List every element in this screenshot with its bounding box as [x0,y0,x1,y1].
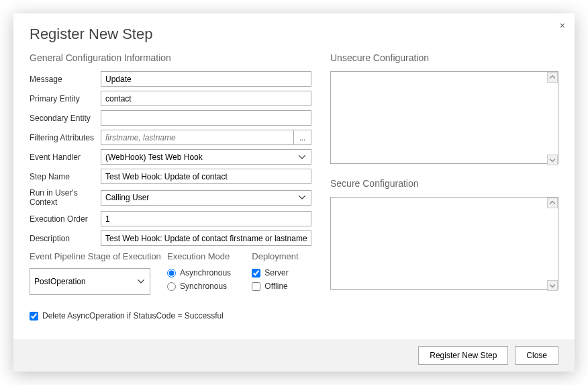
delete-async-checkbox-input[interactable] [30,312,38,320]
scroll-down-icon[interactable] [547,155,558,165]
unsecure-config-heading: Unsecure Configuration [330,52,558,63]
primary-entity-input[interactable] [101,91,311,106]
left-column: General Configuration Information Messag… [30,52,311,339]
scroll-down-icon[interactable] [547,280,558,291]
register-new-step-button[interactable]: Register New Step [418,346,508,365]
server-checkbox[interactable]: Server [252,268,311,277]
dialog-title: Register New Step [30,26,558,43]
description-input[interactable] [101,230,311,246]
event-handler-label: Event Handler [30,153,101,162]
secondary-entity-input[interactable] [101,110,311,126]
step-name-label: Step Name [30,172,101,181]
primary-entity-label: Primary Entity [30,94,101,103]
scroll-up-icon[interactable] [547,198,558,208]
synchronous-radio[interactable]: Synchronous [167,282,246,291]
offline-checkbox-input[interactable] [252,282,260,291]
deployment-heading: Deployment [252,251,311,261]
delete-async-label: Delete AsyncOperation if StatusCode = Su… [42,311,224,320]
deployment-section: Deployment Server Offline [252,251,311,295]
server-label: Server [264,268,288,277]
offline-label: Offline [264,282,287,291]
asynchronous-radio-input[interactable] [167,269,176,277]
synchronous-radio-input[interactable] [167,282,176,291]
message-input[interactable] [101,71,311,87]
asynchronous-radio[interactable]: Asynchronous [167,268,246,277]
close-icon[interactable]: × [560,20,565,31]
event-handler-select[interactable]: (WebHook) Test Web Hook [101,149,311,165]
scroll-up-icon[interactable] [547,72,558,83]
general-config-heading: General Configuration Information [30,52,311,63]
unsecure-config-textarea[interactable] [330,71,558,164]
filtering-attributes-browse-button[interactable]: ... [294,130,311,145]
right-column: Unsecure Configuration Secure Configurat… [330,52,558,339]
synchronous-label: Synchronous [180,282,227,291]
execution-mode-section: Execution Mode Asynchronous Synchronous [167,251,246,295]
step-name-input[interactable] [101,169,311,184]
filtering-attributes-input[interactable] [101,130,294,145]
server-checkbox-input[interactable] [252,269,260,277]
delete-async-checkbox[interactable]: Delete AsyncOperation if StatusCode = Su… [30,311,311,320]
run-in-user-context-label: Run in User's Context [30,188,101,207]
secure-config-textarea[interactable] [330,197,558,290]
register-step-dialog: × Register New Step General Configuratio… [13,13,575,372]
offline-checkbox[interactable]: Offline [252,282,311,291]
secondary-entity-label: Secondary Entity [30,114,101,123]
secure-config-heading: Secure Configuration [330,178,558,189]
close-button[interactable]: Close [515,346,558,365]
asynchronous-label: Asynchronous [180,268,231,277]
execution-mode-heading: Execution Mode [167,251,246,261]
pipeline-stage-heading: Event Pipeline Stage of Execution [30,251,162,261]
message-label: Message [30,75,101,84]
filtering-attributes-label: Filtering Attributes [30,133,101,142]
run-in-user-context-select[interactable]: Calling User [101,190,311,206]
pipeline-stage-section: Event Pipeline Stage of Execution PostOp… [30,251,162,295]
pipeline-stage-select[interactable]: PostOperation [30,268,150,295]
description-label: Description [30,234,101,243]
execution-order-input[interactable] [101,211,311,226]
dialog-footer: Register New Step Close [13,339,575,372]
execution-order-label: Execution Order [30,214,101,224]
